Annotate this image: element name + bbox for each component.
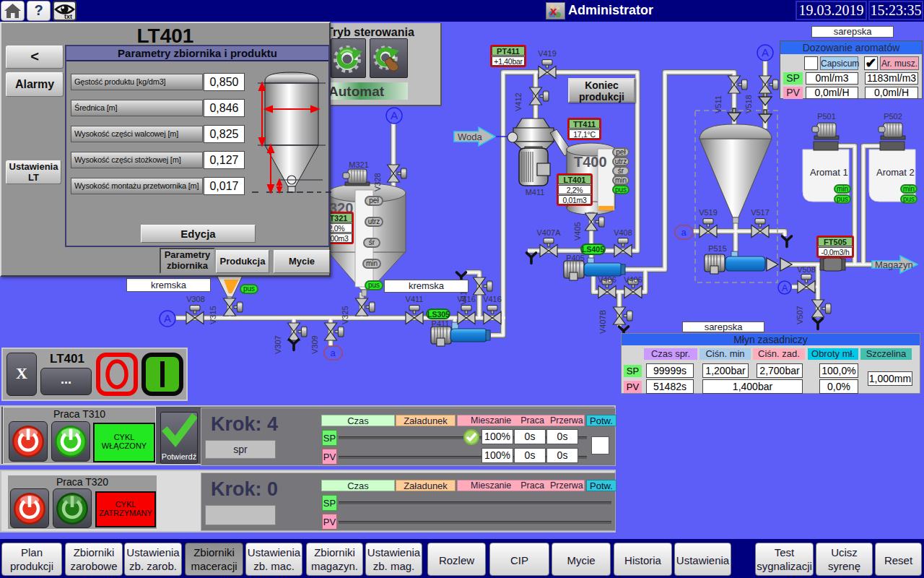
svg-text:Aromat 2: Aromat 2: [876, 167, 915, 178]
svg-text:Aromat 1: Aromat 1: [810, 167, 848, 178]
svg-text:A: A: [762, 46, 769, 59]
svg-text:T400: T400: [574, 154, 607, 170]
svg-text:A: A: [164, 312, 171, 324]
svg-text:A: A: [782, 282, 788, 293]
svg-text:Woda: Woda: [458, 131, 482, 142]
svg-text:A: A: [391, 109, 398, 121]
svg-text:a: a: [330, 348, 336, 358]
svg-text:a: a: [681, 227, 687, 238]
svg-text:Magazyn: Magazyn: [875, 259, 913, 270]
